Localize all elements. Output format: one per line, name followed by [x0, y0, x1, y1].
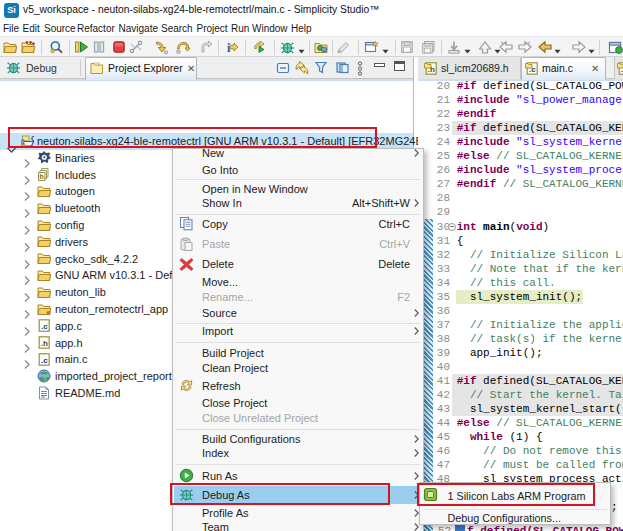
svg-text:h: h	[40, 173, 44, 180]
svg-text:.h: .h	[41, 339, 48, 348]
svg-text:.c: .c	[41, 322, 48, 331]
svg-text:.c: .c	[41, 356, 48, 365]
